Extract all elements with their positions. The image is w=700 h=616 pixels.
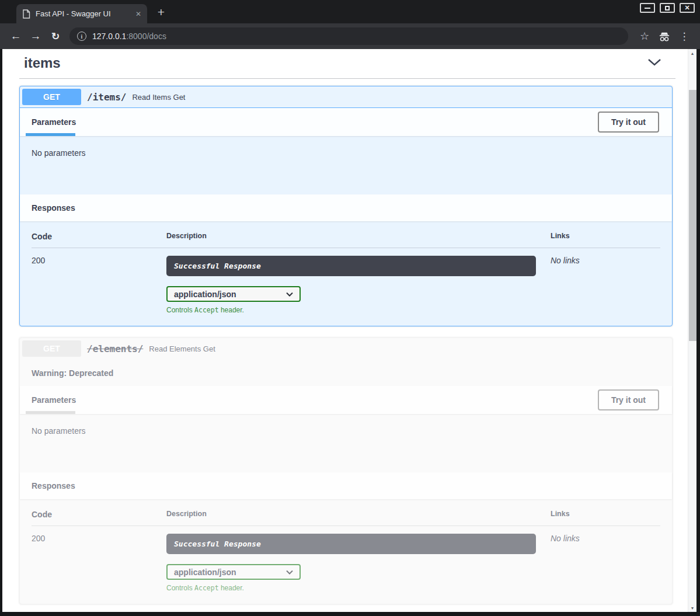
responses-table: Code Description Links 200 Successful Re…: [20, 499, 672, 604]
response-description-box: Successful Response: [166, 534, 536, 554]
parameters-body: No parameters: [20, 136, 672, 194]
minimize-button[interactable]: [640, 3, 655, 13]
response-description-text: Successful Response: [174, 262, 261, 270]
select-chevron-icon: [286, 570, 293, 575]
operation-block-items: GET /items/ Read Items Get Parameters Tr…: [19, 86, 673, 326]
parameters-body: No parameters: [20, 414, 672, 472]
accept-note-code: Accept: [194, 306, 219, 314]
response-description-box: Successful Response: [166, 256, 536, 276]
media-type-value: application/json: [174, 568, 236, 577]
response-row: 200 Successful Response application/json…: [32, 248, 660, 314]
method-badge: GET: [22, 89, 81, 105]
accept-header-note: Controls Accept header.: [166, 584, 551, 592]
tag-title: items: [24, 55, 61, 71]
window-controls: ✕: [640, 3, 695, 13]
response-links: No links: [551, 256, 660, 314]
no-parameters-text: No parameters: [32, 426, 86, 436]
tag-section-header[interactable]: items: [19, 53, 675, 79]
tab-parameters[interactable]: Parameters: [32, 117, 76, 127]
reload-icon[interactable]: ↻: [47, 28, 64, 44]
incognito-icon: [656, 28, 673, 44]
accept-note-pre: Controls: [166, 584, 194, 592]
responses-table-head: Code Description Links: [32, 232, 660, 248]
responses-table: Code Description Links 200 Successful Re…: [20, 221, 672, 326]
try-it-out-button[interactable]: Try it out: [598, 389, 659, 410]
media-type-value: application/json: [174, 290, 236, 299]
media-type-select[interactable]: application/json: [166, 286, 301, 302]
back-icon[interactable]: ←: [8, 28, 24, 44]
page-viewport: items GET /items/ Read Items Get Paramet…: [2, 49, 696, 612]
column-header-description: Description: [166, 232, 551, 241]
scrollbar-thumb[interactable]: [689, 90, 696, 341]
responses-header: Responses: [20, 472, 672, 499]
accept-note-post: header.: [219, 306, 244, 314]
maximize-button[interactable]: [660, 3, 675, 13]
parameters-header: Parameters Try it out: [20, 108, 672, 136]
forward-icon[interactable]: →: [27, 28, 44, 44]
maximize-icon: [665, 6, 670, 11]
url-text: 127.0.0.1:8000/docs: [92, 32, 166, 41]
no-parameters-text: No parameters: [32, 148, 86, 158]
column-header-links: Links: [551, 232, 660, 241]
try-it-out-button[interactable]: Try it out: [598, 112, 659, 133]
address-bar[interactable]: i 127.0.0.1:8000/docs: [69, 27, 628, 45]
collapse-chevron-icon[interactable]: [647, 58, 661, 68]
swagger-ui: items GET /items/ Read Items Get Paramet…: [2, 49, 696, 604]
response-code: 200: [32, 256, 166, 314]
active-tab-indicator: [26, 411, 75, 414]
column-header-code: Code: [32, 232, 166, 241]
browser-menu-icon[interactable]: ⋮: [676, 28, 692, 44]
browser-toolbar: ← → ↻ i 127.0.0.1:8000/docs ☆ ⋮: [0, 23, 700, 49]
scroll-up-icon[interactable]: ▲: [688, 49, 696, 57]
bookmark-star-icon[interactable]: ☆: [636, 28, 653, 44]
accept-note-code: Accept: [194, 584, 219, 592]
tab-title: Fast API - Swagger UI: [36, 9, 130, 18]
site-info-icon[interactable]: i: [77, 32, 86, 41]
column-header-code: Code: [32, 510, 166, 519]
operation-summary-text: Read Elements Get: [149, 344, 215, 353]
tab-close-icon[interactable]: ✕: [135, 10, 141, 18]
deprecated-warning: Warning: Deprecated: [20, 359, 672, 386]
media-type-select[interactable]: application/json: [166, 564, 301, 580]
active-tab-indicator: [26, 133, 75, 136]
method-badge: GET: [22, 340, 81, 357]
browser-window: Fast API - Swagger UI ✕ + ✕ ← → ↻ i 127.…: [0, 0, 700, 616]
responses-table-head: Code Description Links: [32, 510, 660, 526]
response-description-cell: Successful Response application/json Con…: [166, 534, 551, 592]
operation-summary-text: Read Items Get: [132, 93, 185, 102]
responses-title: Responses: [32, 481, 75, 490]
page-icon: [22, 9, 30, 19]
accept-header-note: Controls Accept header.: [166, 306, 551, 314]
browser-tab[interactable]: Fast API - Swagger UI ✕: [16, 4, 147, 23]
column-header-links: Links: [551, 510, 660, 519]
operation-path: /items/: [87, 92, 126, 103]
url-path: :8000/docs: [126, 32, 166, 41]
tab-strip: Fast API - Swagger UI ✕ + ✕: [0, 0, 700, 23]
url-host: 127.0.0.1: [92, 32, 126, 41]
operation-block-elements-deprecated: GET /elements/ Read Elements Get Warning…: [19, 337, 673, 604]
operation-summary[interactable]: GET /elements/ Read Elements Get: [20, 338, 672, 359]
operation-summary[interactable]: GET /items/ Read Items Get: [20, 86, 672, 108]
response-description-cell: Successful Response application/json Con…: [166, 256, 551, 314]
column-header-description: Description: [166, 510, 551, 519]
accept-note-pre: Controls: [166, 306, 194, 314]
new-tab-button[interactable]: +: [154, 5, 168, 19]
tab-parameters[interactable]: Parameters: [32, 395, 76, 405]
response-code: 200: [32, 534, 166, 592]
minimize-icon: [645, 8, 650, 9]
close-icon: ✕: [684, 5, 689, 11]
select-chevron-icon: [286, 292, 293, 297]
operation-path: /elements/: [87, 343, 143, 354]
responses-title: Responses: [32, 203, 75, 213]
parameters-header: Parameters Try it out: [20, 386, 672, 414]
response-links: No links: [551, 534, 660, 592]
response-row: 200 Successful Response application/json…: [32, 526, 660, 592]
page-scrollbar[interactable]: ▲ ▼: [688, 49, 696, 612]
close-button[interactable]: ✕: [680, 3, 695, 13]
response-description-text: Successful Response: [174, 540, 261, 548]
responses-header: Responses: [20, 194, 672, 221]
scroll-down-icon[interactable]: ▼: [688, 604, 696, 612]
accept-note-post: header.: [219, 584, 244, 592]
